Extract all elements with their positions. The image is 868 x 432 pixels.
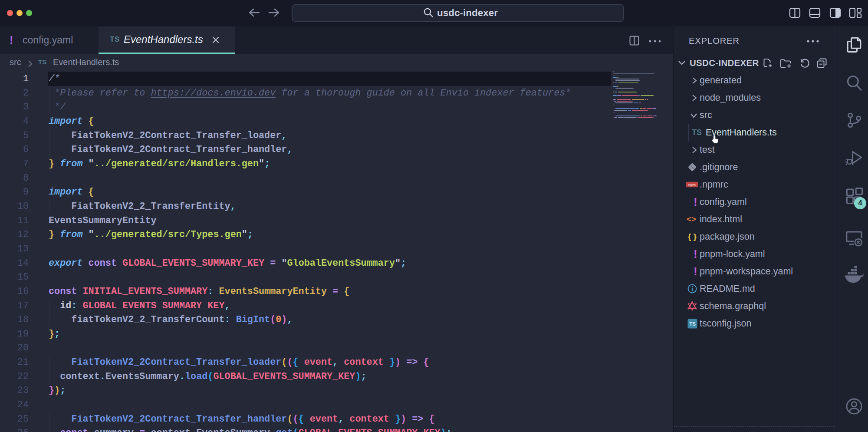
svg-text:TS: TS xyxy=(689,321,696,326)
svg-text:npm: npm xyxy=(688,183,696,187)
